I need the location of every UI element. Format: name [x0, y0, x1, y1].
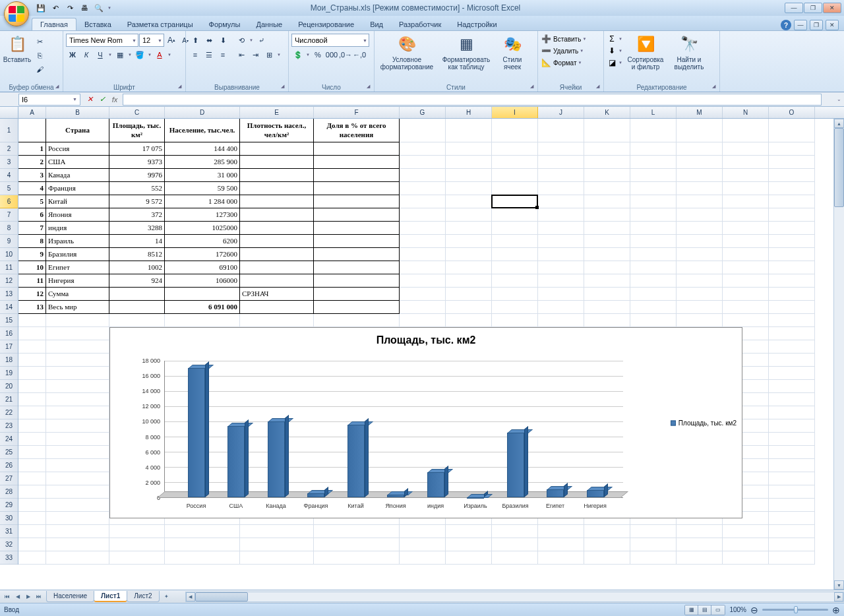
- chart-bar[interactable]: [387, 495, 404, 497]
- col-header-H[interactable]: H: [446, 107, 492, 118]
- cell-B30[interactable]: [46, 512, 109, 525]
- chart-bar[interactable]: [587, 490, 604, 497]
- cell-K32[interactable]: [584, 538, 630, 551]
- cell-K4[interactable]: [584, 169, 630, 182]
- vertical-scrollbar[interactable]: ▲ ▼: [833, 119, 844, 590]
- cell-K13[interactable]: [584, 288, 630, 301]
- orientation-icon[interactable]: ⟲: [235, 34, 248, 47]
- tab-data[interactable]: Данные: [248, 18, 290, 30]
- cell-J10[interactable]: [538, 248, 584, 261]
- chart-bar[interactable]: [507, 433, 524, 497]
- row-header-3[interactable]: 3: [0, 156, 18, 169]
- cell-E5[interactable]: [240, 182, 314, 195]
- cell-J31[interactable]: [538, 525, 584, 538]
- scroll-right-icon[interactable]: ▶: [834, 592, 843, 601]
- cell-H14[interactable]: [446, 301, 492, 314]
- name-box[interactable]: I6▼: [18, 94, 80, 106]
- cell-J9[interactable]: [538, 235, 584, 248]
- row-header-33[interactable]: 33: [0, 551, 18, 565]
- cell-B24[interactable]: [46, 433, 109, 446]
- percent-icon[interactable]: %: [311, 48, 324, 61]
- cell-C31[interactable]: [109, 525, 165, 538]
- zoom-out-icon[interactable]: ⊖: [750, 605, 758, 615]
- cell-F13[interactable]: [314, 288, 400, 301]
- cell-C14[interactable]: [109, 301, 165, 314]
- chart[interactable]: Площадь, тыс. км202 0004 0006 0008 00010…: [109, 327, 742, 518]
- cell-A4[interactable]: 3: [18, 169, 46, 182]
- conditional-format-button[interactable]: 🎨 Условное форматирование: [377, 32, 437, 72]
- close-button[interactable]: ✕: [823, 3, 841, 13]
- cell-A17[interactable]: [18, 340, 46, 354]
- cell-C12[interactable]: 924: [109, 274, 165, 288]
- cell-B32[interactable]: [46, 538, 109, 551]
- format-table-button[interactable]: ▦ Форматировать как таблицу: [438, 32, 495, 72]
- cell-H1[interactable]: [446, 119, 492, 142]
- cell-L10[interactable]: [630, 248, 677, 261]
- cell-L13[interactable]: [630, 288, 677, 301]
- cell-I3[interactable]: [492, 156, 538, 169]
- cell-I9[interactable]: [492, 235, 538, 248]
- row-header-4[interactable]: 4: [0, 169, 18, 182]
- wrap-text-icon[interactable]: ⤶: [255, 34, 268, 47]
- cell-O21[interactable]: [769, 393, 815, 406]
- tab-page-layout[interactable]: Разметка страницы: [119, 18, 201, 30]
- cell-F12[interactable]: [314, 274, 400, 288]
- row-header-12[interactable]: 12: [0, 274, 18, 288]
- cell-O1[interactable]: [769, 119, 815, 142]
- cell-A29[interactable]: [18, 499, 46, 512]
- cell-M1[interactable]: [677, 119, 723, 142]
- maximize-button[interactable]: ❐: [804, 3, 822, 13]
- cell-J14[interactable]: [538, 301, 584, 314]
- cell-H7[interactable]: [446, 208, 492, 222]
- row-header-30[interactable]: 30: [0, 512, 18, 525]
- underline-button[interactable]: Ч: [94, 48, 107, 61]
- view-normal-icon[interactable]: ▦: [685, 605, 698, 615]
- view-break-icon[interactable]: ▭: [711, 605, 725, 615]
- cell-D32[interactable]: [165, 538, 240, 551]
- cell-H6[interactable]: [446, 195, 492, 208]
- cell-B8[interactable]: индия: [46, 222, 109, 235]
- cell-F14[interactable]: [314, 301, 400, 314]
- cell-B6[interactable]: Китай: [46, 195, 109, 208]
- clear-button[interactable]: ◪▼: [607, 57, 623, 68]
- cell-G1[interactable]: [400, 119, 446, 142]
- cell-O33[interactable]: [769, 551, 815, 565]
- autosum-button[interactable]: Σ▼: [607, 34, 623, 44]
- align-center-icon[interactable]: ☰: [202, 48, 216, 61]
- cell-M3[interactable]: [677, 156, 723, 169]
- tab-first-icon[interactable]: ⏮: [2, 592, 13, 602]
- cell-E14[interactable]: [240, 301, 314, 314]
- cell-B33[interactable]: [46, 551, 109, 565]
- cell-N2[interactable]: [723, 142, 769, 156]
- cell-O5[interactable]: [769, 182, 815, 195]
- cell-A9[interactable]: 8: [18, 235, 46, 248]
- cell-F33[interactable]: [314, 551, 400, 565]
- cell-D6[interactable]: 1 284 000: [165, 195, 240, 208]
- cell-A23[interactable]: [18, 419, 46, 433]
- chart-bar[interactable]: [188, 368, 205, 497]
- col-header-B[interactable]: B: [46, 107, 109, 118]
- cell-J33[interactable]: [538, 551, 584, 565]
- cell-O31[interactable]: [769, 525, 815, 538]
- cell-B25[interactable]: [46, 446, 109, 459]
- cell-C8[interactable]: 3288: [109, 222, 165, 235]
- cell-N5[interactable]: [723, 182, 769, 195]
- cell-C7[interactable]: 372: [109, 208, 165, 222]
- cell-H11[interactable]: [446, 261, 492, 274]
- fill-dd[interactable]: ▼: [147, 53, 152, 57]
- cell-B13[interactable]: Сумма: [46, 288, 109, 301]
- cell-E33[interactable]: [240, 551, 314, 565]
- col-header-D[interactable]: D: [165, 107, 240, 118]
- cell-E4[interactable]: [240, 169, 314, 182]
- indent-increase-icon[interactable]: ⇥: [249, 48, 262, 61]
- cell-G4[interactable]: [400, 169, 446, 182]
- cell-D14[interactable]: 6 091 000: [165, 301, 240, 314]
- number-format-combo[interactable]: Числовой▼: [291, 34, 369, 47]
- cell-A27[interactable]: [18, 472, 46, 485]
- cur-dd[interactable]: ▼: [305, 53, 311, 57]
- cell-O30[interactable]: [769, 512, 815, 525]
- cell-O17[interactable]: [769, 340, 815, 354]
- cell-B14[interactable]: Весь мир: [46, 301, 109, 314]
- cell-I2[interactable]: [492, 142, 538, 156]
- cell-G10[interactable]: [400, 248, 446, 261]
